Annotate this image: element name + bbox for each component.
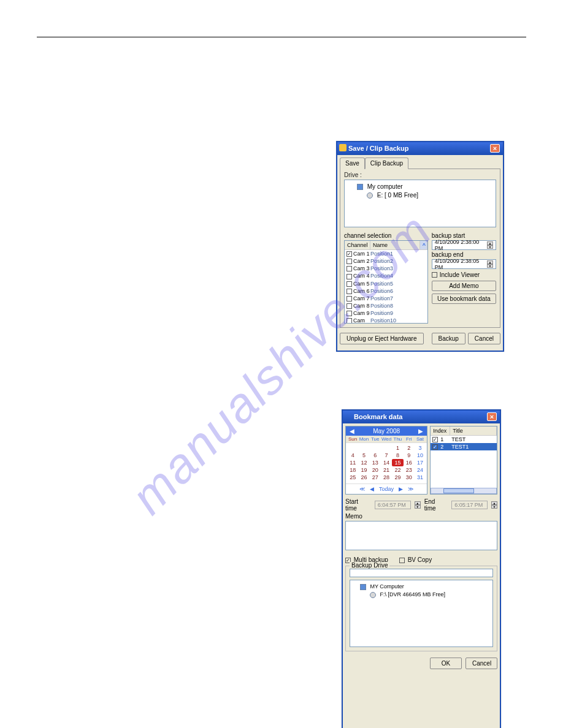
- list-item[interactable]: 1TEST: [431, 436, 497, 443]
- calendar-day[interactable]: 26: [358, 474, 369, 481]
- today-button[interactable]: Today: [379, 486, 394, 492]
- list-item[interactable]: Cam 8Position8: [345, 302, 427, 309]
- header-title[interactable]: Title: [450, 427, 497, 435]
- backup-button[interactable]: Backup: [432, 333, 465, 344]
- calendar-day[interactable]: 10: [415, 452, 426, 459]
- include-viewer-checkbox[interactable]: Include Viewer: [432, 271, 496, 278]
- add-memo-button[interactable]: Add Memo: [432, 281, 496, 291]
- list-item[interactable]: Cam 10Position10: [345, 317, 427, 324]
- bv-copy-checkbox[interactable]: BV Copy: [399, 556, 432, 563]
- horizontal-scrollbar[interactable]: [431, 488, 497, 494]
- cancel-button[interactable]: Cancel: [465, 658, 497, 669]
- calendar-grid[interactable]: 1234567891011121314151617181920212223242…: [346, 443, 427, 483]
- calendar-day[interactable]: 14: [381, 459, 392, 466]
- calendar-day[interactable]: 3: [415, 444, 426, 452]
- include-viewer-label: Include Viewer: [440, 271, 480, 278]
- backup-start-input[interactable]: 4/10/2009 2:38:00 PM ▲▼: [432, 240, 496, 250]
- list-item[interactable]: Cam 7Position7: [345, 295, 427, 302]
- titlebar[interactable]: Save / Clip Backup ×: [337, 142, 503, 155]
- stepper[interactable]: ▲▼: [487, 260, 493, 268]
- calendar-day[interactable]: 18: [347, 466, 358, 474]
- calendar-day[interactable]: 2: [404, 444, 415, 452]
- stepper[interactable]: ▲▼: [491, 501, 497, 509]
- tree-node-root[interactable]: MY Computer: [354, 583, 489, 591]
- calendar-day[interactable]: 9: [404, 452, 415, 459]
- close-icon[interactable]: ×: [487, 412, 497, 421]
- list-item[interactable]: Cam 9Position9: [345, 309, 427, 317]
- calendar-day[interactable]: 19: [358, 466, 369, 474]
- calendar-day[interactable]: 8: [392, 452, 403, 459]
- channel-selection-label: channel selection: [344, 232, 428, 239]
- calendar-day[interactable]: 7: [381, 452, 392, 459]
- ok-button[interactable]: OK: [430, 658, 462, 669]
- tab-clip-backup[interactable]: Clip Backup: [365, 157, 408, 169]
- calendar-day[interactable]: 4: [347, 452, 358, 459]
- tab-save[interactable]: Save: [340, 157, 365, 169]
- next-icon[interactable]: ▶: [399, 486, 403, 492]
- index-list[interactable]: Index Title 1TEST2TEST1: [430, 426, 497, 495]
- start-time-input[interactable]: 6:04:57 PM: [375, 501, 411, 509]
- calendar-header: ◀ May 2008 ▶: [346, 427, 427, 436]
- scrollbar-thumb[interactable]: [443, 488, 474, 493]
- end-time-input[interactable]: 6:05:17 PM: [451, 501, 488, 509]
- calendar-day[interactable]: 23: [404, 466, 415, 474]
- close-icon[interactable]: ×: [490, 144, 500, 153]
- backup-end-value: 4/10/2009 2:38:05 PM: [435, 258, 487, 270]
- memo-textarea[interactable]: [345, 521, 497, 550]
- header-name[interactable]: Name: [370, 241, 420, 249]
- calendar-day[interactable]: 6: [370, 452, 381, 459]
- next-month-icon[interactable]: ▶: [418, 428, 423, 434]
- calendar[interactable]: ◀ May 2008 ▶ SunMonTueWedThuFriSat 12345…: [345, 426, 427, 495]
- backup-start-label: backup start: [432, 232, 496, 239]
- list-item[interactable]: Cam 3Position3: [345, 265, 427, 272]
- drive-select[interactable]: [350, 569, 493, 577]
- calendar-day[interactable]: 15: [392, 459, 403, 466]
- tree-node-root[interactable]: My computer: [348, 183, 492, 191]
- cancel-button[interactable]: Cancel: [468, 333, 500, 344]
- calendar-day[interactable]: 29: [392, 474, 403, 481]
- backup-drive-group: Backup Drive MY Computer F:\ [DVR 466495…: [345, 566, 497, 651]
- calendar-day[interactable]: 24: [415, 466, 426, 474]
- list-item[interactable]: Cam 1Position1: [345, 250, 427, 257]
- calendar-day[interactable]: 20: [370, 466, 381, 474]
- prev-icon[interactable]: ◀: [370, 486, 374, 492]
- last-icon[interactable]: ≫: [408, 486, 413, 492]
- calendar-day[interactable]: 22: [392, 466, 403, 474]
- header-index[interactable]: Index: [431, 427, 450, 435]
- list-item[interactable]: Cam 5Position5: [345, 280, 427, 287]
- calendar-day[interactable]: 12: [358, 459, 369, 466]
- calendar-day[interactable]: 13: [370, 459, 381, 466]
- calendar-day[interactable]: 11: [347, 459, 358, 466]
- drive-tree[interactable]: My computer E: [ 0 MB Free]: [344, 180, 496, 227]
- unplug-button[interactable]: Unplug or Eject Hardware: [340, 333, 424, 344]
- scroll-up-icon[interactable]: ^: [420, 241, 427, 249]
- calendar-day[interactable]: 17: [415, 459, 426, 466]
- list-item[interactable]: Cam 2Position2: [345, 257, 427, 265]
- stepper[interactable]: ▲▼: [487, 241, 493, 249]
- calendar-day[interactable]: 31: [415, 474, 426, 481]
- calendar-day[interactable]: 16: [404, 459, 415, 466]
- list-item[interactable]: Cam 6Position6: [345, 287, 427, 295]
- calendar-day[interactable]: 28: [381, 474, 392, 481]
- channel-list[interactable]: Channel Name ^ Cam 1Position1Cam 2Positi…: [344, 240, 428, 324]
- checkbox-icon: [347, 266, 352, 271]
- drive-tree[interactable]: MY Computer F:\ [DVR 466495 MB Free]: [350, 580, 493, 647]
- tree-node-drive[interactable]: F:\ [DVR 466495 MB Free]: [354, 591, 489, 599]
- stepper[interactable]: ▲▼: [415, 501, 421, 509]
- list-item[interactable]: Cam 4Position4: [345, 272, 427, 279]
- first-icon[interactable]: ≪: [359, 486, 365, 492]
- calendar-day[interactable]: 30: [404, 474, 415, 481]
- day-header: Sun: [347, 436, 358, 442]
- calendar-day[interactable]: 21: [381, 466, 392, 474]
- header-channel[interactable]: Channel: [345, 241, 370, 249]
- list-item[interactable]: 2TEST1: [431, 443, 497, 450]
- backup-end-input[interactable]: 4/10/2009 2:38:05 PM ▲▼: [432, 259, 496, 269]
- use-bookmark-button[interactable]: Use bookmark data: [432, 294, 496, 304]
- calendar-day[interactable]: 27: [370, 474, 381, 481]
- titlebar[interactable]: Bookmark data ×: [343, 411, 500, 423]
- calendar-day[interactable]: 25: [347, 474, 358, 481]
- calendar-day[interactable]: 1: [392, 444, 403, 452]
- tree-node-drive[interactable]: E: [ 0 MB Free]: [348, 191, 492, 200]
- prev-month-icon[interactable]: ◀: [350, 428, 354, 434]
- calendar-day[interactable]: 5: [358, 452, 369, 459]
